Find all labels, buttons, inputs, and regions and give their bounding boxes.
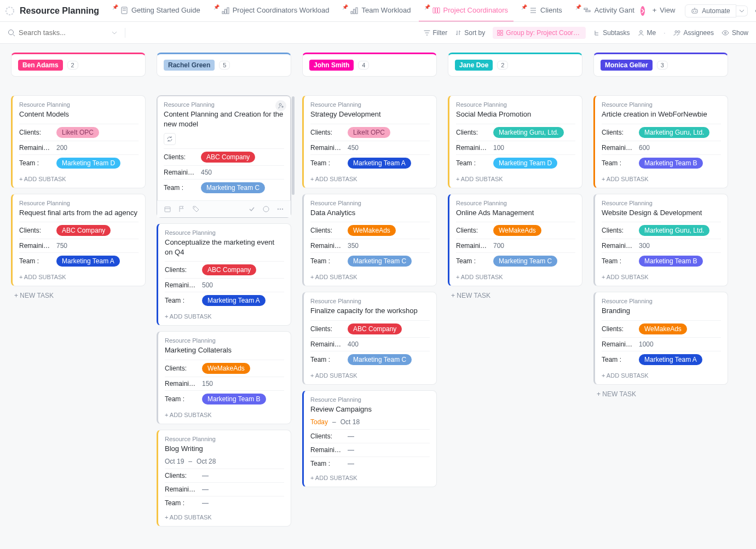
team-chip[interactable]: Marketing Team C	[348, 354, 412, 365]
task-card[interactable]: Resource PlanningFinalize capacity for t…	[302, 292, 437, 385]
tab-getting-started-guide[interactable]: 📌Getting Started Guide	[107, 0, 206, 22]
team-chip[interactable]: Marketing Team C	[493, 256, 557, 267]
add-subtask-button[interactable]: + ADD SUBTASK	[456, 269, 575, 280]
task-card[interactable]: Resource PlanningData AnalyticsClients:W…	[302, 194, 437, 287]
client-chip[interactable]: ABC Company	[348, 323, 402, 334]
task-card[interactable]: Resource PlanningReview CampaignsToday–O…	[302, 390, 437, 488]
add-subtask-button[interactable]: + ADD SUBTASK	[165, 407, 284, 418]
task-card[interactable]: Resource PlanningBrandingClients:WeMakeA…	[593, 292, 728, 385]
add-subtask-button[interactable]: + ADD SUBTASK	[602, 171, 721, 182]
team-chip[interactable]: Marketing Team A	[202, 295, 266, 306]
task-card[interactable]: Resource PlanningMarketing CollateralsCl…	[157, 331, 291, 424]
add-subtask-button[interactable]: + ADD SUBTASK	[456, 171, 575, 182]
date-end: Oct 28	[197, 458, 216, 465]
team-chip[interactable]: Marketing Team C	[348, 256, 412, 267]
task-card[interactable]: Resource PlanningContent ModelsClients:L…	[11, 95, 146, 188]
check-icon[interactable]	[248, 205, 256, 213]
client-chip[interactable]: WeMakeAds	[348, 225, 396, 236]
client-chip[interactable]: ABC Company	[201, 152, 255, 163]
client-chip[interactable]: WeMakeAds	[202, 363, 250, 374]
client-chip[interactable]: WeMakeAds	[639, 323, 687, 334]
team-chip[interactable]: Marketing Team D	[493, 158, 557, 169]
add-subtask-button[interactable]: + ADD SUBTASK	[310, 171, 430, 182]
show-button[interactable]: Show	[722, 29, 748, 37]
task-card[interactable]: Resource PlanningConceptualize the marke…	[157, 223, 291, 326]
tab-project-coordinators[interactable]: 📌Project Coordinators	[419, 0, 514, 22]
filter-button[interactable]: Filter	[424, 29, 448, 37]
client-chip[interactable]: Marketing Guru, Ltd.	[639, 225, 709, 236]
lane-header[interactable]: Monica Geller3	[593, 53, 728, 77]
svg-point-44	[278, 209, 279, 210]
card-title: Online Ads Management	[456, 208, 575, 218]
lane-count: 2	[67, 61, 78, 70]
client-chip[interactable]: LikeIt OPC	[56, 127, 99, 138]
lane-header[interactable]: Jane Doe2	[448, 53, 582, 77]
me-button[interactable]: Me	[638, 29, 656, 37]
card-project-label: Resource Planning	[165, 436, 284, 442]
sort-button[interactable]: Sort by	[455, 29, 485, 37]
team-chip[interactable]: Marketing Team A	[348, 158, 411, 169]
assignees-button[interactable]: Assignees	[673, 29, 714, 37]
card-project-label: Resource Planning	[602, 101, 721, 108]
new-task-button[interactable]: + NEW TASK	[593, 385, 728, 403]
add-subtask-button[interactable]: + ADD SUBTASK	[602, 368, 721, 379]
task-card[interactable]: Resource PlanningSocial Media PromotionC…	[448, 95, 582, 188]
task-card[interactable]: Resource PlanningRequest final arts from…	[11, 194, 146, 287]
assignee-add-icon[interactable]	[275, 100, 286, 111]
client-chip[interactable]: Marketing Guru, Ltd.	[493, 127, 564, 138]
team-chip[interactable]: Marketing Team B	[639, 158, 703, 169]
lane-header[interactable]: Ben Adams2	[11, 53, 146, 77]
search-input[interactable]	[19, 28, 95, 37]
client-chip[interactable]: ABC Company	[202, 264, 256, 275]
tab-project-coordinators-workload[interactable]: 📌Project Coordinators Workload	[208, 0, 335, 22]
add-subtask-button[interactable]: + ADD SUBTASK	[310, 269, 430, 280]
team-chip[interactable]: Marketing Team A	[56, 256, 120, 267]
svg-rect-16	[584, 8, 587, 10]
lane-ben: Ben Adams2Resource PlanningContent Model…	[11, 53, 146, 527]
add-subtask-button[interactable]: + ADD SUBTASK	[310, 470, 430, 481]
team-chip[interactable]: Marketing Team B	[202, 394, 266, 404]
recurring-icon[interactable]	[164, 133, 176, 145]
add-subtask-button[interactable]: + ADD SUBTASK	[602, 269, 721, 280]
tag-icon[interactable]	[192, 205, 200, 213]
add-subtask-button[interactable]: + ADD SUBTASK	[310, 368, 430, 379]
task-card[interactable]: Resource PlanningStrategy DevelopmentCli…	[302, 95, 437, 188]
team-chip[interactable]: Marketing Team B	[639, 256, 703, 267]
team-chip[interactable]: Marketing Team C	[201, 182, 265, 193]
add-subtask-button[interactable]: + ADD SUBTASK	[165, 510, 284, 521]
tab-team-workload[interactable]: 📌Team Workload	[337, 0, 416, 22]
team-chip[interactable]: Marketing Team D	[56, 158, 120, 169]
new-task-button[interactable]: + NEW TASK	[11, 286, 146, 305]
automate-dropdown-button[interactable]	[736, 5, 748, 16]
add-subtask-button[interactable]: + ADD SUBTASK	[19, 269, 138, 280]
tab-activity-gant[interactable]: 📌Activity Gant	[570, 0, 640, 22]
tabs-scroll-next-icon[interactable]	[640, 6, 645, 16]
more-icon[interactable]	[276, 205, 284, 213]
lane-header[interactable]: John Smith4	[302, 53, 437, 77]
client-chip[interactable]: LikeIt OPC	[348, 127, 390, 138]
task-card[interactable]: Resource PlanningBlog WritingOct 19–Oct …	[157, 430, 291, 527]
task-card[interactable]: Resource PlanningWebsite Design & Develo…	[593, 194, 728, 287]
flag-icon[interactable]	[178, 205, 186, 213]
automate-button[interactable]: Automate	[685, 4, 736, 18]
team-chip[interactable]: Marketing Team A	[639, 354, 702, 365]
add-view-button[interactable]: + View	[647, 0, 681, 22]
client-chip[interactable]: Marketing Guru, Ltd.	[639, 127, 709, 138]
lane-scrollbar[interactable]	[292, 96, 295, 195]
client-chip[interactable]: ABC Company	[56, 225, 111, 236]
chevron-down-icon[interactable]	[112, 30, 117, 36]
group-by-button[interactable]: Group by: Project Coordin...	[493, 27, 586, 39]
circle-icon[interactable]	[262, 205, 270, 213]
new-task-button[interactable]: + NEW TASK	[448, 286, 582, 305]
date-icon[interactable]	[164, 205, 171, 213]
task-card[interactable]: Resource PlanningArticle creation in Web…	[593, 95, 728, 188]
lane-header[interactable]: Rachel Green5	[157, 53, 291, 77]
add-subtask-button[interactable]: + ADD SUBTASK	[19, 171, 138, 182]
task-card[interactable]: Resource PlanningOnline Ads ManagementCl…	[448, 194, 582, 287]
task-card[interactable]: Resource PlanningContent Planning and Cr…	[157, 95, 291, 218]
client-chip[interactable]: WeMakeAds	[493, 225, 541, 236]
card-title: Strategy Development	[310, 109, 430, 119]
subtasks-button[interactable]: Subtasks	[593, 29, 630, 37]
add-subtask-button[interactable]: + ADD SUBTASK	[165, 309, 284, 320]
tab-clients[interactable]: 📌Clients	[516, 0, 568, 22]
